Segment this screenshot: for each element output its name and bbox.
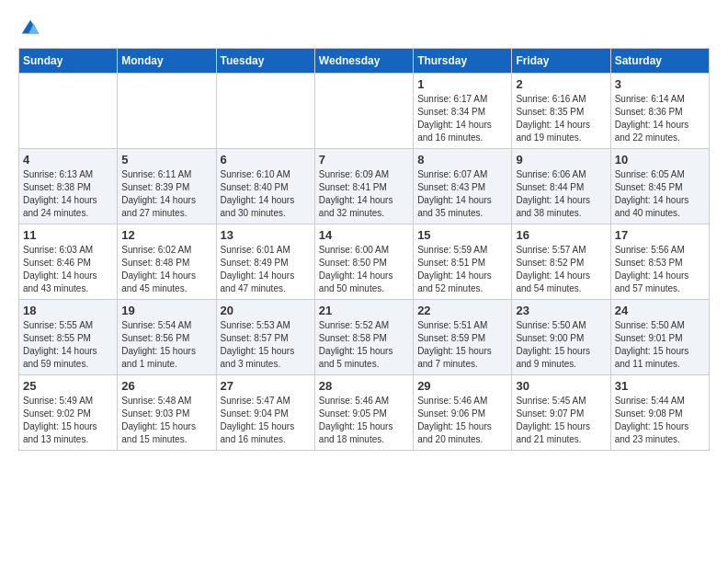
page-header xyxy=(18,18,710,39)
day-info: Sunrise: 6:10 AMSunset: 8:40 PMDaylight:… xyxy=(221,168,311,220)
calendar-cell: 4Sunrise: 6:13 AMSunset: 8:38 PMDaylight… xyxy=(19,149,118,224)
calendar-cell: 18Sunrise: 5:55 AMSunset: 8:55 PMDayligh… xyxy=(19,300,118,375)
day-number: 11 xyxy=(23,228,113,242)
day-number: 8 xyxy=(417,153,507,167)
calendar-cell: 27Sunrise: 5:47 AMSunset: 9:04 PMDayligh… xyxy=(216,375,314,451)
calendar-week-row: 1Sunrise: 6:17 AMSunset: 8:34 PMDaylight… xyxy=(19,74,710,149)
weekday-header: Tuesday xyxy=(216,49,314,74)
calendar-cell: 24Sunrise: 5:50 AMSunset: 9:01 PMDayligh… xyxy=(610,300,709,375)
calendar-cell xyxy=(118,74,216,149)
day-info: Sunrise: 6:13 AMSunset: 8:38 PMDaylight:… xyxy=(23,168,113,220)
calendar-cell: 9Sunrise: 6:06 AMSunset: 8:44 PMDaylight… xyxy=(512,149,610,224)
day-info: Sunrise: 5:46 AMSunset: 9:06 PMDaylight:… xyxy=(417,395,507,446)
day-info: Sunrise: 6:00 AMSunset: 8:50 PMDaylight:… xyxy=(319,244,409,295)
calendar-cell: 10Sunrise: 6:05 AMSunset: 8:45 PMDayligh… xyxy=(610,149,709,224)
day-info: Sunrise: 5:56 AMSunset: 8:53 PMDaylight:… xyxy=(615,244,705,295)
day-number: 15 xyxy=(417,228,507,242)
weekday-header: Saturday xyxy=(610,49,709,74)
weekday-header: Monday xyxy=(118,49,216,74)
day-info: Sunrise: 6:17 AMSunset: 8:34 PMDaylight:… xyxy=(417,93,507,144)
day-info: Sunrise: 5:51 AMSunset: 8:59 PMDaylight:… xyxy=(417,319,507,371)
day-info: Sunrise: 6:06 AMSunset: 8:44 PMDaylight:… xyxy=(516,168,606,220)
day-number: 19 xyxy=(121,304,211,317)
calendar-week-row: 18Sunrise: 5:55 AMSunset: 8:55 PMDayligh… xyxy=(19,300,710,375)
day-info: Sunrise: 5:48 AMSunset: 9:03 PMDaylight:… xyxy=(121,395,211,446)
weekday-header: Thursday xyxy=(414,49,512,74)
calendar-cell: 21Sunrise: 5:52 AMSunset: 8:58 PMDayligh… xyxy=(314,300,413,375)
day-info: Sunrise: 5:53 AMSunset: 8:57 PMDaylight:… xyxy=(221,319,311,371)
day-info: Sunrise: 5:59 AMSunset: 8:51 PMDaylight:… xyxy=(417,244,507,295)
day-info: Sunrise: 5:57 AMSunset: 8:52 PMDaylight:… xyxy=(516,244,606,295)
day-info: Sunrise: 5:52 AMSunset: 8:58 PMDaylight:… xyxy=(319,319,409,371)
day-number: 25 xyxy=(23,379,113,393)
weekday-header: Friday xyxy=(512,49,610,74)
calendar-cell: 13Sunrise: 6:01 AMSunset: 8:49 PMDayligh… xyxy=(216,224,314,300)
calendar-week-row: 11Sunrise: 6:03 AMSunset: 8:46 PMDayligh… xyxy=(19,224,710,300)
calendar-cell: 26Sunrise: 5:48 AMSunset: 9:03 PMDayligh… xyxy=(118,375,216,451)
calendar-cell: 17Sunrise: 5:56 AMSunset: 8:53 PMDayligh… xyxy=(610,224,709,300)
calendar-cell: 22Sunrise: 5:51 AMSunset: 8:59 PMDayligh… xyxy=(414,300,512,375)
day-number: 1 xyxy=(417,77,507,91)
day-number: 5 xyxy=(121,153,211,167)
day-info: Sunrise: 5:50 AMSunset: 9:00 PMDaylight:… xyxy=(516,319,606,371)
calendar-cell: 8Sunrise: 6:07 AMSunset: 8:43 PMDaylight… xyxy=(414,149,512,224)
day-number: 24 xyxy=(615,304,705,317)
day-info: Sunrise: 5:45 AMSunset: 9:07 PMDaylight:… xyxy=(516,395,606,446)
calendar-cell: 1Sunrise: 6:17 AMSunset: 8:34 PMDaylight… xyxy=(414,74,512,149)
day-number: 17 xyxy=(615,228,705,242)
calendar-cell xyxy=(314,74,413,149)
day-number: 23 xyxy=(516,304,606,317)
calendar-cell: 23Sunrise: 5:50 AMSunset: 9:00 PMDayligh… xyxy=(512,300,610,375)
day-number: 7 xyxy=(319,153,409,167)
calendar-week-row: 25Sunrise: 5:49 AMSunset: 9:02 PMDayligh… xyxy=(19,375,710,451)
calendar-cell: 25Sunrise: 5:49 AMSunset: 9:02 PMDayligh… xyxy=(19,375,118,451)
calendar-cell: 6Sunrise: 6:10 AMSunset: 8:40 PMDaylight… xyxy=(216,149,314,224)
day-number: 22 xyxy=(417,304,507,317)
calendar-cell: 28Sunrise: 5:46 AMSunset: 9:05 PMDayligh… xyxy=(314,375,413,451)
day-number: 30 xyxy=(516,379,606,393)
calendar-table: SundayMondayTuesdayWednesdayThursdayFrid… xyxy=(18,48,710,451)
day-info: Sunrise: 6:01 AMSunset: 8:49 PMDaylight:… xyxy=(221,244,311,295)
calendar-cell: 15Sunrise: 5:59 AMSunset: 8:51 PMDayligh… xyxy=(414,224,512,300)
day-number: 6 xyxy=(221,153,311,167)
day-number: 29 xyxy=(417,379,507,393)
logo-icon xyxy=(20,18,40,39)
day-info: Sunrise: 6:03 AMSunset: 8:46 PMDaylight:… xyxy=(23,244,113,295)
calendar-cell: 5Sunrise: 6:11 AMSunset: 8:39 PMDaylight… xyxy=(118,149,216,224)
calendar-cell: 7Sunrise: 6:09 AMSunset: 8:41 PMDaylight… xyxy=(314,149,413,224)
day-info: Sunrise: 5:44 AMSunset: 9:08 PMDaylight:… xyxy=(615,395,705,446)
day-number: 12 xyxy=(121,228,211,242)
day-number: 4 xyxy=(23,153,113,167)
calendar-header-row: SundayMondayTuesdayWednesdayThursdayFrid… xyxy=(19,49,710,74)
day-number: 28 xyxy=(319,379,409,393)
weekday-header: Sunday xyxy=(19,49,118,74)
day-number: 10 xyxy=(615,153,705,167)
day-info: Sunrise: 5:46 AMSunset: 9:05 PMDaylight:… xyxy=(319,395,409,446)
day-number: 13 xyxy=(221,228,311,242)
day-info: Sunrise: 5:54 AMSunset: 8:56 PMDaylight:… xyxy=(121,319,211,371)
day-info: Sunrise: 6:09 AMSunset: 8:41 PMDaylight:… xyxy=(319,168,409,220)
day-info: Sunrise: 6:11 AMSunset: 8:39 PMDaylight:… xyxy=(121,168,211,220)
calendar-cell: 12Sunrise: 6:02 AMSunset: 8:48 PMDayligh… xyxy=(118,224,216,300)
calendar-cell: 11Sunrise: 6:03 AMSunset: 8:46 PMDayligh… xyxy=(19,224,118,300)
day-number: 18 xyxy=(23,304,113,317)
day-number: 27 xyxy=(221,379,311,393)
calendar-cell: 20Sunrise: 5:53 AMSunset: 8:57 PMDayligh… xyxy=(216,300,314,375)
calendar-cell: 3Sunrise: 6:14 AMSunset: 8:36 PMDaylight… xyxy=(610,74,709,149)
calendar-cell: 19Sunrise: 5:54 AMSunset: 8:56 PMDayligh… xyxy=(118,300,216,375)
day-info: Sunrise: 5:49 AMSunset: 9:02 PMDaylight:… xyxy=(23,395,113,446)
weekday-header: Wednesday xyxy=(314,49,413,74)
day-number: 9 xyxy=(516,153,606,167)
day-number: 16 xyxy=(516,228,606,242)
calendar-week-row: 4Sunrise: 6:13 AMSunset: 8:38 PMDaylight… xyxy=(19,149,710,224)
calendar-cell: 16Sunrise: 5:57 AMSunset: 8:52 PMDayligh… xyxy=(512,224,610,300)
calendar-cell: 31Sunrise: 5:44 AMSunset: 9:08 PMDayligh… xyxy=(610,375,709,451)
day-info: Sunrise: 5:55 AMSunset: 8:55 PMDaylight:… xyxy=(23,319,113,371)
day-number: 14 xyxy=(319,228,409,242)
day-info: Sunrise: 6:05 AMSunset: 8:45 PMDaylight:… xyxy=(615,168,705,220)
logo xyxy=(18,18,40,39)
day-number: 21 xyxy=(319,304,409,317)
calendar-cell: 2Sunrise: 6:16 AMSunset: 8:35 PMDaylight… xyxy=(512,74,610,149)
calendar-cell: 30Sunrise: 5:45 AMSunset: 9:07 PMDayligh… xyxy=(512,375,610,451)
calendar-cell: 14Sunrise: 6:00 AMSunset: 8:50 PMDayligh… xyxy=(314,224,413,300)
